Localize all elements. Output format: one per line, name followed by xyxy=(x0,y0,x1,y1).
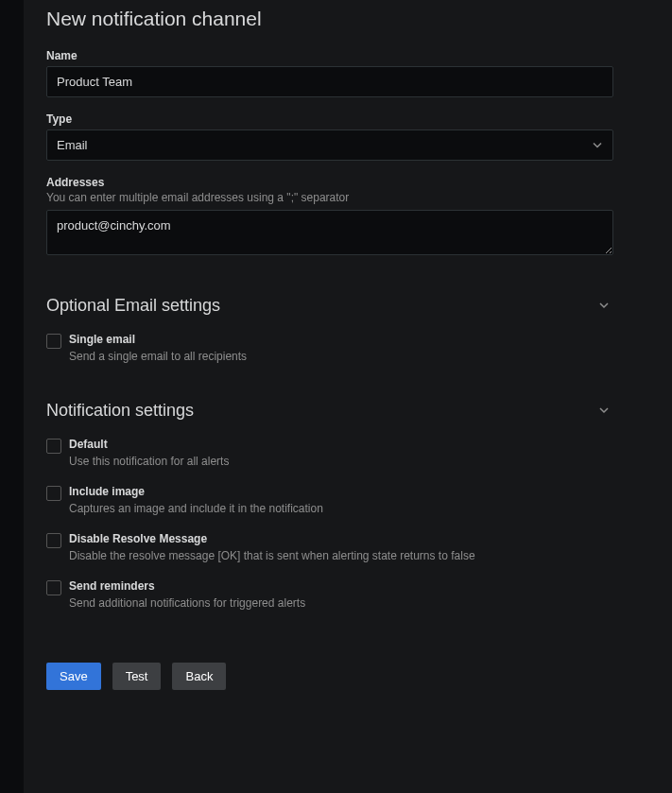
name-input[interactable] xyxy=(46,66,613,97)
disable-resolve-checkbox[interactable] xyxy=(46,533,61,548)
default-desc: Use this notification for all alerts xyxy=(69,455,229,468)
default-row: Default Use this notification for all al… xyxy=(46,438,649,468)
addresses-label: Addresses xyxy=(46,176,649,189)
test-button[interactable]: Test xyxy=(112,663,162,690)
send-reminders-desc: Send additional notifications for trigge… xyxy=(69,596,305,610)
type-label: Type xyxy=(46,112,649,126)
notification-header[interactable]: Notification settings xyxy=(46,401,609,421)
send-reminders-checkbox[interactable] xyxy=(46,580,61,595)
main-content: New notification channel Name Type Email… xyxy=(24,0,672,793)
notification-section: Notification settings Default Use this n… xyxy=(46,401,649,610)
addresses-help: You can enter multiple email addresses u… xyxy=(46,191,649,204)
chevron-down-icon xyxy=(599,299,609,313)
optional-email-header[interactable]: Optional Email settings xyxy=(46,296,609,316)
chevron-down-icon xyxy=(599,404,609,418)
default-label: Default xyxy=(69,438,229,451)
type-group: Type Email xyxy=(46,112,649,161)
single-email-desc: Send a single email to all recipients xyxy=(69,350,247,363)
back-button[interactable]: Back xyxy=(172,663,226,690)
save-button[interactable]: Save xyxy=(46,663,101,690)
disable-resolve-label: Disable Resolve Message xyxy=(69,532,475,545)
include-image-label: Include image xyxy=(69,485,323,498)
single-email-row: Single email Send a single email to all … xyxy=(46,333,649,363)
include-image-desc: Captures an image and include it in the … xyxy=(69,502,323,515)
name-group: Name xyxy=(46,49,649,97)
sidebar-edge xyxy=(0,0,24,793)
optional-email-section: Optional Email settings Single email Sen… xyxy=(46,296,649,363)
optional-email-title: Optional Email settings xyxy=(46,296,220,316)
send-reminders-label: Send reminders xyxy=(69,579,305,593)
addresses-group: Addresses You can enter multiple email a… xyxy=(46,176,649,258)
send-reminders-row: Send reminders Send additional notificat… xyxy=(46,579,649,610)
notification-title: Notification settings xyxy=(46,401,194,421)
page-title: New notification channel xyxy=(46,8,649,30)
default-checkbox[interactable] xyxy=(46,439,61,454)
single-email-label: Single email xyxy=(69,333,247,346)
addresses-input[interactable]: product@cinchy.com xyxy=(46,210,613,255)
include-image-row: Include image Captures an image and incl… xyxy=(46,485,649,515)
button-row: Save Test Back xyxy=(46,663,649,690)
name-label: Name xyxy=(46,49,649,62)
disable-resolve-row: Disable Resolve Message Disable the reso… xyxy=(46,532,649,562)
include-image-checkbox[interactable] xyxy=(46,486,61,501)
type-select[interactable]: Email xyxy=(46,129,613,161)
single-email-checkbox[interactable] xyxy=(46,334,61,349)
disable-resolve-desc: Disable the resolve message [OK] that is… xyxy=(69,549,475,562)
